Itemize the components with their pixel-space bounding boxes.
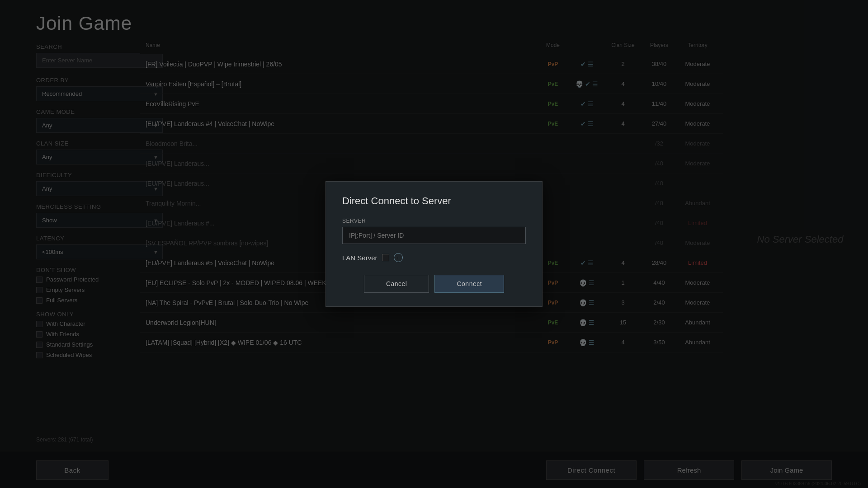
modal-overlay: Direct Connect to Server Server LAN Serv…	[0, 0, 868, 488]
modal-lan-label: LAN Server	[342, 254, 377, 262]
modal-lan-checkbox[interactable]	[382, 254, 389, 261]
info-icon[interactable]: i	[394, 253, 403, 262]
modal-lan-row: LAN Server i	[342, 253, 526, 262]
modal-cancel-button[interactable]: Cancel	[364, 275, 429, 293]
modal-server-label: Server	[342, 218, 526, 224]
modal-server-input[interactable]	[342, 227, 526, 244]
modal-buttons: Cancel Connect	[342, 275, 526, 293]
direct-connect-modal: Direct Connect to Server Server LAN Serv…	[326, 181, 542, 307]
modal-title: Direct Connect to Server	[342, 195, 526, 207]
modal-connect-button[interactable]: Connect	[434, 275, 504, 293]
